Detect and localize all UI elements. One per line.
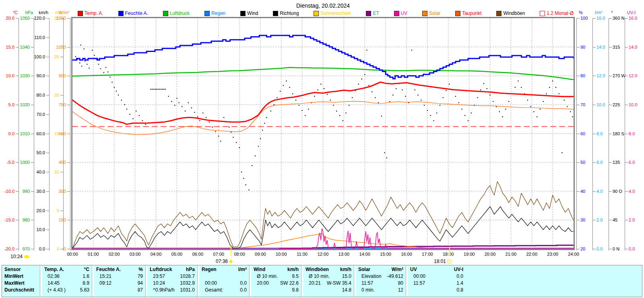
series-richtung-dot xyxy=(333,105,334,106)
sunrise-tick xyxy=(231,246,231,256)
axis-tick-w-m xyxy=(67,191,70,192)
series-richtung-dot xyxy=(152,89,153,90)
series-richtung-dot xyxy=(372,91,372,92)
stats-value-row: 87 xyxy=(96,287,143,294)
series-richtung-dot xyxy=(449,84,450,85)
series-richtung-dot xyxy=(555,87,556,88)
axis-tick-label-: 135 xyxy=(613,160,620,165)
axis-tick-w-m xyxy=(67,134,70,134)
series-richtung-dot xyxy=(81,66,82,66)
axis-tick-label-: 70 xyxy=(580,102,585,107)
legend-swatch-uv-icon xyxy=(394,11,399,16)
axis-tick-label-uv-i: 0.0 xyxy=(629,246,635,251)
axis-unit-l-m: l/m² xyxy=(595,10,602,15)
axis-tick-w-m xyxy=(67,47,70,48)
series-richtung-dot xyxy=(477,97,478,98)
axis-tick-label-: 60 xyxy=(580,131,585,136)
axis-tick-min xyxy=(60,211,63,211)
axis-tick-label-: 80 xyxy=(580,73,585,78)
legend-swatch-luftdruck-icon xyxy=(163,11,168,16)
x-axis-label: 06:00 xyxy=(188,252,207,257)
stats-sensor-name: UV xyxy=(410,266,417,273)
series-richtung-dot xyxy=(561,152,562,153)
axis-tick-label-: 225 xyxy=(613,102,620,107)
x-axis-label: 04:00 xyxy=(147,252,166,257)
stats-value-row: (+ 4.43 )5.63 xyxy=(44,287,89,294)
stats-value-cell: 0.0 xyxy=(456,273,463,280)
axis-tick-hpa xyxy=(31,105,34,105)
axis-tick-label-uv-i: 6.0 xyxy=(629,160,635,165)
stats-row-label: Sensor xyxy=(4,266,37,273)
series-richtung-dot xyxy=(468,120,469,121)
series-richtung-dot xyxy=(352,97,353,98)
series-richtung-dot xyxy=(100,68,101,69)
series-richtung-dot xyxy=(145,124,146,125)
axis-line- xyxy=(576,18,577,250)
axis-tick-km-h xyxy=(46,230,49,230)
stats-time-cell: ^0.9hPa/h xyxy=(150,287,175,294)
axis-tick-label-w-m: 150 xyxy=(47,217,66,222)
series-richtung-dot xyxy=(508,101,509,102)
series-richtung-dot xyxy=(107,72,108,72)
series-richtung-dot xyxy=(255,155,256,156)
axis-tick- xyxy=(609,105,612,105)
stats-sensor-unit: hPa xyxy=(186,266,195,273)
legend-item-regen: Regen xyxy=(204,10,225,16)
series-richtung-dot xyxy=(243,178,244,179)
axis-tick-label-l-m: 16.0 xyxy=(597,16,605,21)
series-richtung-dot xyxy=(440,105,440,106)
series-richtung-dot xyxy=(241,172,242,172)
series-richtung-dot xyxy=(89,68,89,68)
axis-tick-label-w-m: 450 xyxy=(47,160,66,165)
series-richtung-dot xyxy=(292,93,293,94)
axis-tick-label-km-h: 110.0 xyxy=(26,35,45,40)
stats-group-header: Feuchte A.% xyxy=(96,266,143,273)
axis-tick-uv-i xyxy=(625,105,628,105)
axis-tick- xyxy=(577,47,580,48)
series-richtung-dot xyxy=(455,96,456,97)
x-axis-label: 14:00 xyxy=(355,252,374,257)
series-richtung-dot xyxy=(559,93,559,94)
series-richtung-dot xyxy=(233,137,233,138)
weather-day-chart-app: Dienstag, 20.02.2024 Temp. A.Feuchte A.L… xyxy=(0,0,644,298)
axis-tick- xyxy=(609,249,612,249)
series-richtung-dot xyxy=(411,50,412,51)
stats-value-row: 0 min.12 xyxy=(358,287,403,294)
series-richtung-dot xyxy=(375,97,376,98)
series-richtung-dot xyxy=(94,55,95,56)
axis-tick-uv-i xyxy=(625,249,628,249)
axis-tick-uv-i xyxy=(625,220,628,220)
series-richtung-dot xyxy=(339,115,340,116)
axis-tick-label-l-m: 4.0 xyxy=(597,189,603,194)
series-richtung-dot xyxy=(480,89,481,90)
legend-swatch-windb-en-icon xyxy=(496,11,502,16)
axis-tick-label-w-m: 600 xyxy=(47,131,66,136)
series-richtung-dot xyxy=(572,116,573,117)
axis-tick-label-uv-i: 8.0 xyxy=(629,131,635,136)
stats-time-cell: Gesamt: xyxy=(202,287,223,294)
chart-svg xyxy=(72,18,574,249)
moon-icon xyxy=(24,255,29,258)
axis-tick-w-m xyxy=(67,76,70,76)
series-richtung-dot xyxy=(182,106,182,107)
axis-line-w-m xyxy=(70,18,70,250)
axis-tick-min xyxy=(60,172,63,172)
axis-tick-l-m xyxy=(593,105,596,105)
stats-sensor-name: Luftdruck xyxy=(150,266,172,273)
series-richtung-dot xyxy=(358,84,359,85)
series-richtung-dot xyxy=(499,111,500,112)
series-richtung-dot xyxy=(156,89,157,90)
axis-tick-km-h xyxy=(46,114,49,115)
series-richtung-dot xyxy=(280,91,281,91)
legend-item-richtung: Richtung xyxy=(273,10,299,16)
stats-time-cell: 00:00 xyxy=(410,273,425,280)
series-richtung-dot xyxy=(427,110,428,111)
series-richtung-dot xyxy=(118,95,119,95)
series-richtung-dot xyxy=(540,109,541,110)
axis-tick-hpa xyxy=(31,162,34,163)
axis-tick-l-m xyxy=(593,18,596,19)
series-richtung-dot xyxy=(96,59,97,60)
series-richtung-dot xyxy=(212,127,213,128)
series-richtung-dot xyxy=(458,102,459,103)
series-richtung-dot xyxy=(168,96,169,97)
